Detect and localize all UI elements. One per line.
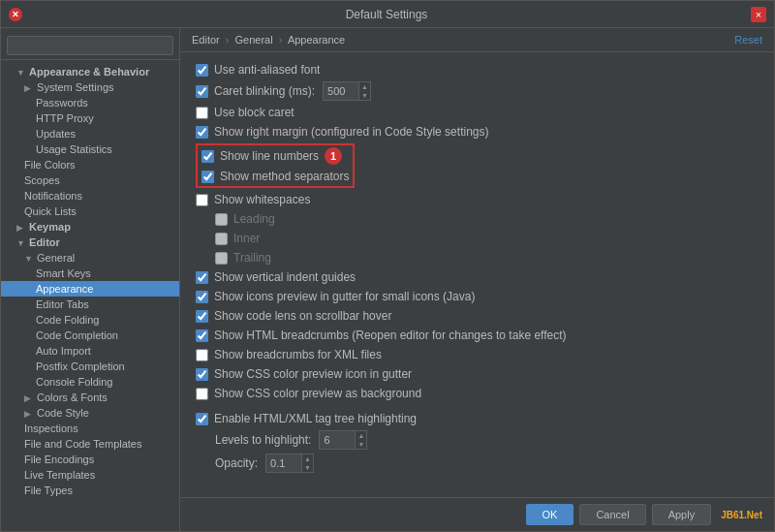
show-icons-preview-checkbox[interactable] [196, 291, 208, 303]
sidebar-item-file-encodings[interactable]: File Encodings [1, 452, 179, 467]
ok-button[interactable]: OK [526, 504, 574, 525]
levels-to-highlight-label: Levels to highlight: [215, 433, 311, 447]
search-input[interactable] [7, 36, 173, 55]
sidebar-item-file-code-templates[interactable]: File and Code Templates [1, 436, 179, 452]
setting-show-whitespaces: Show whitespaces [196, 190, 759, 209]
sidebar-item-file-colors[interactable]: File Colors [1, 157, 179, 172]
show-method-separators-checkbox[interactable] [202, 171, 214, 183]
setting-show-css-color-bg: Show CSS color preview as background [196, 384, 759, 403]
show-vertical-indent-checkbox[interactable] [196, 271, 208, 284]
show-code-lens-label: Show code lens on scrollbar hover [214, 309, 391, 323]
sidebar-item-live-templates[interactable]: Live Templates [1, 467, 179, 483]
setting-show-inner: Inner [196, 229, 759, 248]
use-block-caret-checkbox[interactable] [196, 107, 208, 119]
spinner-down[interactable]: ▼ [359, 91, 370, 100]
show-inner-checkbox[interactable] [215, 233, 228, 245]
show-breadcrumbs-xml-label: Show breadcrumbs for XML files [214, 348, 382, 361]
show-html-breadcrumbs-label: Show HTML breadcrumbs (Reopen editor for… [214, 329, 567, 342]
titlebar: ✕ Default Settings × [1, 1, 774, 28]
highlighted-group: Show line numbers 1 Show method separato… [196, 143, 355, 188]
setting-caret-blinking: Caret blinking (ms): ▲ ▼ [196, 79, 759, 103]
spinner-up[interactable]: ▲ [359, 82, 370, 91]
caret-blinking-value[interactable] [324, 84, 358, 98]
sidebar-item-editor[interactable]: ▼ Editor [1, 235, 179, 250]
levels-spinner-up[interactable]: ▲ [356, 431, 366, 440]
show-trailing-label: Trailing [233, 251, 271, 265]
sidebar-item-appearance[interactable]: Appearance [1, 281, 179, 297]
show-line-numbers-label: Show line numbers [220, 149, 319, 163]
sidebar-item-notifications[interactable]: Notifications [1, 188, 179, 203]
sidebar-item-code-folding[interactable]: Code Folding [1, 312, 179, 328]
breadcrumb-bar: Editor › General › Appearance Reset [180, 28, 774, 52]
sidebar-item-auto-import[interactable]: Auto Import [1, 343, 179, 359]
setting-show-breadcrumbs-xml: Show breadcrumbs for XML files [196, 345, 759, 364]
reset-link[interactable]: Reset [734, 34, 762, 46]
setting-show-html-breadcrumbs: Show HTML breadcrumbs (Reopen editor for… [196, 326, 759, 345]
caret-blinking-label: Caret blinking (ms): [214, 84, 315, 98]
expand-icon: ▶ [24, 409, 34, 419]
opacity-input-group: ▲ ▼ [265, 454, 314, 473]
opacity-value[interactable] [266, 456, 301, 470]
settings-window: ✕ Default Settings × ▼ Appearance & Beha… [0, 0, 775, 532]
setting-show-method-separators: Show method separators [202, 167, 349, 186]
close-button[interactable]: × [751, 7, 766, 22]
show-whitespaces-checkbox[interactable] [196, 194, 208, 206]
opacity-spinner-up[interactable]: ▲ [302, 454, 313, 463]
setting-use-block-caret: Use block caret [196, 103, 759, 122]
caret-blinking-checkbox[interactable] [196, 85, 208, 98]
sidebar-item-keymap[interactable]: ▶ Keymap [1, 219, 179, 235]
sidebar-item-file-types[interactable]: File Types [1, 483, 179, 498]
show-icons-preview-label: Show icons preview in gutter for small i… [214, 290, 475, 303]
levels-spinner-buttons: ▲ ▼ [355, 431, 366, 449]
sidebar-item-scopes[interactable]: Scopes [1, 172, 179, 188]
sidebar-item-quick-lists[interactable]: Quick Lists [1, 203, 179, 219]
sidebar-item-postfix-completion[interactable]: Postfix Completion [1, 359, 179, 374]
use-block-caret-label: Use block caret [214, 106, 294, 119]
badge-1: 1 [325, 147, 342, 165]
show-method-separators-label: Show method separators [220, 170, 349, 183]
sidebar-item-general[interactable]: ▼ General [1, 250, 179, 266]
show-css-color-bg-checkbox[interactable] [196, 388, 208, 400]
sidebar-item-colors-fonts[interactable]: ▶ Colors & Fonts [1, 390, 179, 405]
levels-value[interactable] [320, 433, 355, 447]
show-code-lens-checkbox[interactable] [196, 310, 208, 323]
sidebar-item-smart-keys[interactable]: Smart Keys [1, 266, 179, 281]
opacity-label: Opacity: [215, 456, 258, 470]
sidebar-item-http-proxy[interactable]: HTTP Proxy [1, 110, 179, 126]
show-leading-checkbox[interactable] [215, 213, 228, 226]
sidebar-item-system-settings[interactable]: ▶ System Settings [1, 79, 179, 95]
show-trailing-checkbox[interactable] [215, 252, 228, 265]
show-breadcrumbs-xml-checkbox[interactable] [196, 349, 208, 361]
setting-show-css-color-preview: Show CSS color preview icon in gutter [196, 364, 759, 384]
spinner-buttons: ▲ ▼ [358, 82, 370, 100]
app-icon: ✕ [9, 8, 22, 21]
sidebar-item-appearance-behavior[interactable]: ▼ Appearance & Behavior [1, 64, 179, 79]
setting-show-right-margin: Show right margin (configured in Code St… [196, 122, 759, 141]
show-html-breadcrumbs-checkbox[interactable] [196, 329, 208, 342]
sidebar-item-console-folding[interactable]: Console Folding [1, 374, 179, 390]
apply-button[interactable]: Apply [652, 504, 712, 525]
sidebar-item-editor-tabs[interactable]: Editor Tabs [1, 297, 179, 312]
levels-spinner-down[interactable]: ▼ [356, 440, 366, 449]
sidebar-item-inspections[interactable]: Inspections [1, 421, 179, 436]
sidebar-item-code-style[interactable]: ▶ Code Style [1, 405, 179, 421]
caret-blinking-input-group: ▲ ▼ [323, 81, 371, 101]
window-title: Default Settings [346, 8, 428, 21]
sidebar-item-code-completion[interactable]: Code Completion [1, 328, 179, 343]
show-line-numbers-checkbox[interactable] [202, 150, 214, 163]
sidebar-item-usage-statistics[interactable]: Usage Statistics [1, 141, 179, 157]
use-anti-aliased-checkbox[interactable] [196, 64, 208, 77]
show-right-margin-checkbox[interactable] [196, 126, 208, 139]
setting-show-leading: Leading [196, 209, 759, 229]
enable-html-xml-label: Enable HTML/XML tag tree highlighting [214, 412, 417, 425]
sidebar-item-passwords[interactable]: Passwords [1, 95, 179, 110]
show-css-color-preview-checkbox[interactable] [196, 368, 208, 381]
opacity-spinner-down[interactable]: ▼ [302, 463, 313, 472]
enable-html-xml-checkbox[interactable] [196, 413, 208, 425]
cancel-button[interactable]: Cancel [579, 504, 645, 525]
section-label: Appearance & Behavior [29, 66, 149, 78]
sidebar-item-updates[interactable]: Updates [1, 126, 179, 141]
show-right-margin-label: Show right margin (configured in Code St… [214, 125, 488, 139]
expand-icon: ▼ [16, 238, 26, 248]
show-inner-label: Inner [233, 232, 260, 245]
